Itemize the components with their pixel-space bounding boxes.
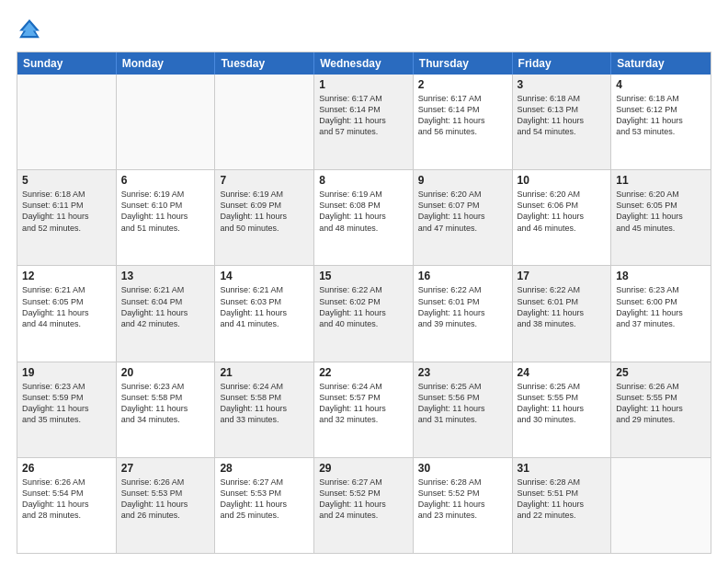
day-info: Sunrise: 6:18 AM Sunset: 6:13 PM Dayligh… (518, 93, 607, 138)
page: SundayMondayTuesdayWednesdayThursdayFrid… (0, 0, 728, 563)
day-info: Sunrise: 6:24 AM Sunset: 5:57 PM Dayligh… (319, 381, 408, 426)
day-cell-19: 19Sunrise: 6:23 AM Sunset: 5:59 PM Dayli… (17, 362, 117, 457)
day-info: Sunrise: 6:24 AM Sunset: 5:58 PM Dayligh… (220, 381, 309, 426)
header-day-sunday: Sunday (17, 52, 117, 75)
logo-icon (17, 17, 42, 42)
day-number: 9 (418, 174, 507, 187)
header-day-wednesday: Wednesday (314, 52, 414, 75)
day-info: Sunrise: 6:23 AM Sunset: 5:59 PM Dayligh… (22, 381, 111, 426)
day-cell-14: 14Sunrise: 6:21 AM Sunset: 6:03 PM Dayli… (215, 266, 314, 361)
day-info: Sunrise: 6:28 AM Sunset: 5:52 PM Dayligh… (418, 477, 507, 522)
day-info: Sunrise: 6:26 AM Sunset: 5:54 PM Dayligh… (22, 477, 111, 522)
day-cell-28: 28Sunrise: 6:27 AM Sunset: 5:53 PM Dayli… (215, 458, 314, 553)
header (17, 17, 711, 42)
logo (17, 17, 46, 42)
svg-marker-1 (22, 22, 37, 36)
day-info: Sunrise: 6:27 AM Sunset: 5:52 PM Dayligh… (319, 477, 408, 522)
day-number: 14 (220, 270, 309, 282)
empty-cell-0-0 (17, 75, 117, 169)
day-cell-30: 30Sunrise: 6:28 AM Sunset: 5:52 PM Dayli… (414, 458, 513, 553)
day-number: 20 (121, 366, 210, 379)
day-cell-1: 1Sunrise: 6:17 AM Sunset: 6:14 PM Daylig… (314, 75, 414, 169)
day-info: Sunrise: 6:25 AM Sunset: 5:56 PM Dayligh… (418, 381, 507, 426)
day-info: Sunrise: 6:19 AM Sunset: 6:09 PM Dayligh… (220, 189, 309, 234)
day-info: Sunrise: 6:20 AM Sunset: 6:06 PM Dayligh… (518, 189, 607, 234)
day-cell-20: 20Sunrise: 6:23 AM Sunset: 5:58 PM Dayli… (117, 362, 216, 457)
calendar-body: 1Sunrise: 6:17 AM Sunset: 6:14 PM Daylig… (17, 75, 711, 553)
day-cell-9: 9Sunrise: 6:20 AM Sunset: 6:07 PM Daylig… (414, 170, 513, 265)
day-info: Sunrise: 6:17 AM Sunset: 6:14 PM Dayligh… (319, 93, 408, 138)
day-info: Sunrise: 6:28 AM Sunset: 5:51 PM Dayligh… (518, 477, 607, 522)
day-cell-17: 17Sunrise: 6:22 AM Sunset: 6:01 PM Dayli… (513, 266, 612, 361)
week-row-1: 1Sunrise: 6:17 AM Sunset: 6:14 PM Daylig… (17, 75, 711, 170)
header-day-friday: Friday (513, 52, 612, 75)
day-number: 8 (319, 174, 408, 187)
day-number: 13 (121, 270, 210, 282)
day-number: 2 (418, 78, 507, 91)
day-info: Sunrise: 6:19 AM Sunset: 6:08 PM Dayligh… (319, 189, 408, 234)
day-cell-7: 7Sunrise: 6:19 AM Sunset: 6:09 PM Daylig… (215, 170, 314, 265)
day-number: 18 (616, 270, 706, 282)
day-number: 12 (22, 270, 111, 282)
day-cell-31: 31Sunrise: 6:28 AM Sunset: 5:51 PM Dayli… (513, 458, 612, 553)
day-number: 1 (319, 78, 408, 91)
empty-cell-0-1 (117, 75, 216, 169)
day-number: 15 (319, 270, 408, 282)
day-info: Sunrise: 6:25 AM Sunset: 5:55 PM Dayligh… (518, 381, 607, 426)
day-number: 3 (518, 78, 607, 91)
calendar: SundayMondayTuesdayWednesdayThursdayFrid… (17, 52, 711, 554)
day-info: Sunrise: 6:17 AM Sunset: 6:14 PM Dayligh… (418, 93, 507, 138)
day-number: 4 (616, 78, 706, 91)
day-number: 25 (616, 366, 706, 379)
day-cell-5: 5Sunrise: 6:18 AM Sunset: 6:11 PM Daylig… (17, 170, 117, 265)
day-number: 27 (121, 462, 210, 475)
header-day-monday: Monday (117, 52, 216, 75)
day-cell-23: 23Sunrise: 6:25 AM Sunset: 5:56 PM Dayli… (414, 362, 513, 457)
header-day-saturday: Saturday (611, 52, 711, 75)
calendar-header: SundayMondayTuesdayWednesdayThursdayFrid… (17, 52, 711, 75)
day-info: Sunrise: 6:22 AM Sunset: 6:01 PM Dayligh… (418, 284, 507, 329)
day-cell-24: 24Sunrise: 6:25 AM Sunset: 5:55 PM Dayli… (513, 362, 612, 457)
day-info: Sunrise: 6:26 AM Sunset: 5:53 PM Dayligh… (121, 477, 210, 522)
day-number: 31 (518, 462, 607, 475)
day-info: Sunrise: 6:23 AM Sunset: 6:00 PM Dayligh… (616, 284, 706, 329)
day-number: 19 (22, 366, 111, 379)
day-info: Sunrise: 6:18 AM Sunset: 6:11 PM Dayligh… (22, 189, 111, 234)
day-number: 28 (220, 462, 309, 475)
day-info: Sunrise: 6:22 AM Sunset: 6:01 PM Dayligh… (518, 284, 607, 329)
day-number: 6 (121, 174, 210, 187)
day-info: Sunrise: 6:26 AM Sunset: 5:55 PM Dayligh… (616, 381, 706, 426)
day-cell-3: 3Sunrise: 6:18 AM Sunset: 6:13 PM Daylig… (513, 75, 612, 169)
day-number: 26 (22, 462, 111, 475)
day-info: Sunrise: 6:21 AM Sunset: 6:05 PM Dayligh… (22, 284, 111, 329)
day-cell-21: 21Sunrise: 6:24 AM Sunset: 5:58 PM Dayli… (215, 362, 314, 457)
day-number: 29 (319, 462, 408, 475)
day-info: Sunrise: 6:22 AM Sunset: 6:02 PM Dayligh… (319, 284, 408, 329)
week-row-4: 19Sunrise: 6:23 AM Sunset: 5:59 PM Dayli… (17, 362, 711, 458)
day-info: Sunrise: 6:19 AM Sunset: 6:10 PM Dayligh… (121, 189, 210, 234)
day-cell-22: 22Sunrise: 6:24 AM Sunset: 5:57 PM Dayli… (314, 362, 414, 457)
header-day-tuesday: Tuesday (215, 52, 314, 75)
day-info: Sunrise: 6:18 AM Sunset: 6:12 PM Dayligh… (616, 93, 706, 138)
day-cell-12: 12Sunrise: 6:21 AM Sunset: 6:05 PM Dayli… (17, 266, 117, 361)
day-number: 10 (518, 174, 607, 187)
day-cell-6: 6Sunrise: 6:19 AM Sunset: 6:10 PM Daylig… (117, 170, 216, 265)
day-cell-15: 15Sunrise: 6:22 AM Sunset: 6:02 PM Dayli… (314, 266, 414, 361)
day-info: Sunrise: 6:23 AM Sunset: 5:58 PM Dayligh… (121, 381, 210, 426)
empty-cell-0-2 (215, 75, 314, 169)
day-cell-13: 13Sunrise: 6:21 AM Sunset: 6:04 PM Dayli… (117, 266, 216, 361)
day-info: Sunrise: 6:27 AM Sunset: 5:53 PM Dayligh… (220, 477, 309, 522)
day-cell-26: 26Sunrise: 6:26 AM Sunset: 5:54 PM Dayli… (17, 458, 117, 553)
day-cell-29: 29Sunrise: 6:27 AM Sunset: 5:52 PM Dayli… (314, 458, 414, 553)
day-cell-18: 18Sunrise: 6:23 AM Sunset: 6:00 PM Dayli… (611, 266, 711, 361)
week-row-3: 12Sunrise: 6:21 AM Sunset: 6:05 PM Dayli… (17, 266, 711, 362)
day-number: 23 (418, 366, 507, 379)
day-number: 5 (22, 174, 111, 187)
day-number: 7 (220, 174, 309, 187)
day-info: Sunrise: 6:20 AM Sunset: 6:07 PM Dayligh… (418, 189, 507, 234)
day-number: 24 (518, 366, 607, 379)
day-cell-10: 10Sunrise: 6:20 AM Sunset: 6:06 PM Dayli… (513, 170, 612, 265)
day-number: 17 (518, 270, 607, 282)
empty-cell-4-6 (611, 458, 711, 553)
week-row-5: 26Sunrise: 6:26 AM Sunset: 5:54 PM Dayli… (17, 458, 711, 553)
